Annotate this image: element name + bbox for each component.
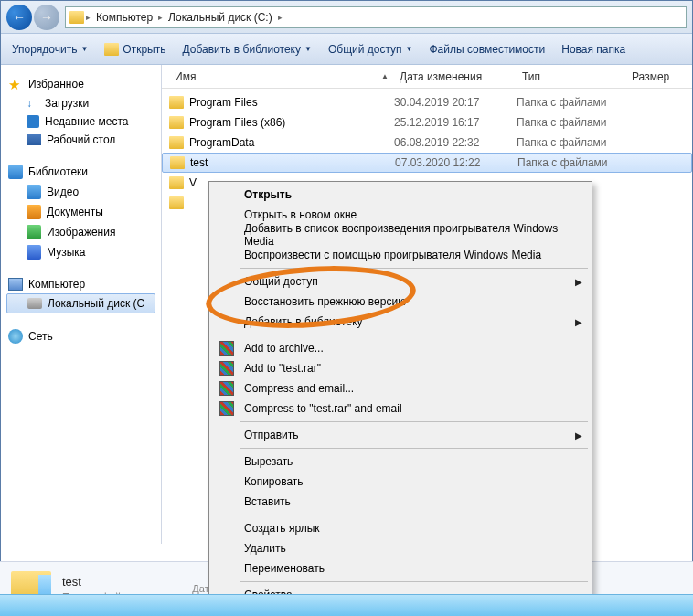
- menu-add-to-archive[interactable]: Add to archive...: [211, 338, 590, 358]
- toolbar-organize[interactable]: Упорядочить▼: [12, 43, 88, 56]
- computer-icon: [8, 278, 23, 291]
- folder-icon: [169, 196, 184, 209]
- context-menu: Открыть Открыть в новом окне Добавить в …: [208, 181, 592, 609]
- folder-icon: [169, 116, 184, 129]
- column-type[interactable]: Тип: [517, 70, 626, 83]
- nav-forward-button[interactable]: →: [34, 5, 59, 30]
- breadcrumb-drive[interactable]: Локальный диск (C:): [165, 9, 276, 26]
- sidebar-music-label: Музыка: [47, 246, 85, 259]
- toolbar-share[interactable]: Общий доступ▼: [328, 43, 413, 56]
- menu-compress-email[interactable]: Compress and email...: [211, 378, 590, 398]
- menu-send-to[interactable]: Отправить▶: [211, 425, 590, 445]
- column-name[interactable]: Имя▲: [169, 70, 394, 83]
- menu-restore-previous-version[interactable]: Восстановить прежнюю версию: [211, 292, 590, 312]
- sidebar-network[interactable]: Сеть: [6, 326, 155, 346]
- menu-cut[interactable]: Вырезать: [211, 451, 590, 472]
- menu-open-label: Открыть: [244, 188, 292, 201]
- menu-separator: [240, 335, 588, 335]
- file-type: Папка с файлами: [517, 156, 627, 169]
- winrar-icon: [219, 381, 234, 396]
- sidebar-downloads[interactable]: Загрузки: [6, 94, 155, 112]
- menu-rename[interactable]: Переименовать: [211, 558, 590, 579]
- toolbar-add-library-label: Добавить в библиотеку: [182, 43, 301, 56]
- address-bar[interactable]: ▸ Компьютер ▸ Локальный диск (C:) ▸: [65, 6, 687, 28]
- menu-compress-email-label: Compress and email...: [244, 382, 354, 395]
- taskbar[interactable]: [0, 594, 693, 616]
- folder-icon: [169, 136, 184, 149]
- video-icon: [27, 185, 41, 199]
- sidebar-documents-label: Документы: [47, 206, 103, 218]
- folder-icon: [170, 156, 185, 169]
- menu-separator: [240, 448, 588, 449]
- toolbar-compat-files[interactable]: Файлы совместимости: [429, 43, 545, 56]
- menu-create-shortcut[interactable]: Создать ярлык: [211, 518, 590, 538]
- sidebar-video[interactable]: Видео: [6, 182, 155, 202]
- toolbar-share-label: Общий доступ: [328, 43, 402, 56]
- file-type: Папка с файлами: [517, 116, 626, 129]
- menu-delete[interactable]: Удалить: [211, 538, 590, 558]
- sidebar: ★Избранное Загрузки Недавние места Рабоч…: [1, 65, 162, 544]
- menu-paste[interactable]: Вставить: [211, 492, 590, 512]
- column-headers: Имя▲ Дата изменения Тип Размер: [162, 65, 692, 89]
- sidebar-libraries[interactable]: Библиотеки: [6, 162, 155, 182]
- file-date: 30.04.2019 20:17: [394, 96, 517, 109]
- nav-back-button[interactable]: ←: [6, 5, 32, 30]
- file-row[interactable]: ProgramData 06.08.2019 22:32 Папка с фай…: [162, 133, 692, 153]
- menu-share[interactable]: Общий доступ▶: [211, 271, 590, 292]
- sidebar-recent[interactable]: Недавние места: [6, 112, 155, 131]
- sidebar-favorites[interactable]: ★Избранное: [6, 74, 155, 94]
- chevron-right-icon: ▸: [86, 13, 91, 22]
- menu-send-label: Отправить: [244, 429, 299, 441]
- breadcrumb-computer[interactable]: Компьютер: [92, 9, 156, 26]
- toolbar: Упорядочить▼ Открыть Добавить в библиоте…: [1, 34, 692, 65]
- file-row[interactable]: Program Files 30.04.2019 20:17 Папка с ф…: [162, 92, 692, 112]
- menu-add-library-label: Добавить в библиотеку: [244, 315, 363, 328]
- toolbar-add-library[interactable]: Добавить в библиотеку▼: [182, 43, 311, 56]
- file-date: 06.08.2019 22:32: [394, 136, 517, 149]
- disk-icon: [27, 298, 42, 309]
- sidebar-local-disk[interactable]: Локальный диск (C: [6, 293, 155, 313]
- desktop-icon: [27, 134, 41, 145]
- sidebar-music[interactable]: Музыка: [6, 242, 155, 262]
- toolbar-new-folder[interactable]: Новая папка: [561, 43, 625, 56]
- toolbar-open[interactable]: Открыть: [104, 43, 165, 56]
- sort-asc-icon: ▲: [381, 72, 389, 80]
- menu-separator: [240, 421, 588, 422]
- explorer-window: ← → ▸ Компьютер ▸ Локальный диск (C:) ▸ …: [0, 0, 693, 616]
- file-name: test: [190, 156, 208, 169]
- caret-down-icon: ▼: [80, 45, 88, 53]
- sidebar-computer[interactable]: Компьютер: [6, 275, 155, 293]
- menu-copy[interactable]: Копировать: [211, 472, 590, 492]
- menu-add-wmp-playlist[interactable]: Добавить в список воспроизведения проигр…: [211, 225, 590, 245]
- column-size[interactable]: Размер: [626, 70, 681, 83]
- column-date[interactable]: Дата изменения: [394, 70, 517, 83]
- submenu-arrow-icon: ▶: [575, 277, 582, 287]
- music-icon: [27, 245, 41, 260]
- sidebar-images-label: Изображения: [47, 226, 115, 239]
- file-date: 07.03.2020 12:22: [395, 156, 517, 169]
- sidebar-documents[interactable]: Документы: [6, 202, 155, 222]
- file-row-selected[interactable]: test 07.03.2020 12:22 Папка с файлами: [162, 153, 692, 173]
- menu-add-archive-label: Add to archive...: [244, 342, 324, 355]
- menu-compress-testrar-email[interactable]: Compress to "test.rar" and email: [211, 398, 590, 419]
- menu-open[interactable]: Открыть: [211, 185, 590, 205]
- sidebar-desktop[interactable]: Рабочий стол: [6, 131, 155, 149]
- menu-add-to-testrar[interactable]: Add to "test.rar": [211, 358, 590, 378]
- winrar-icon: [219, 401, 234, 416]
- winrar-icon: [219, 341, 234, 356]
- file-type: Папка с файлами: [517, 96, 626, 109]
- recent-places-icon: [27, 115, 39, 128]
- menu-separator: [240, 581, 588, 582]
- menu-play-wmp[interactable]: Воспроизвести с помощью проигрывателя Wi…: [211, 245, 590, 265]
- menu-add-library[interactable]: Добавить в библиотеку▶: [211, 312, 590, 332]
- sidebar-images[interactable]: Изображения: [6, 222, 155, 242]
- file-row[interactable]: Program Files (x86) 25.12.2019 16:17 Пап…: [162, 112, 692, 133]
- sidebar-network-label: Сеть: [28, 330, 53, 343]
- star-icon: ★: [8, 77, 23, 91]
- toolbar-open-label: Открыть: [123, 43, 165, 56]
- file-date: 25.12.2019 16:17: [394, 116, 517, 129]
- sidebar-computer-label: Компьютер: [28, 278, 85, 291]
- images-icon: [27, 225, 41, 239]
- folder-icon: [169, 96, 184, 109]
- sidebar-downloads-label: Загрузки: [45, 97, 89, 110]
